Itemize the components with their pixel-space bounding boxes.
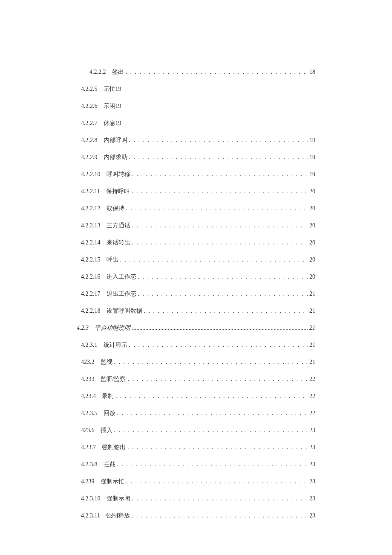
dot-leader <box>120 256 308 263</box>
toc-entry-number: 4.2.2.8 <box>81 137 98 144</box>
toc-entry-title: 休息19 <box>104 119 121 127</box>
toc-entry[interactable]: 4.2.2.15呼出20 <box>77 256 315 264</box>
toc-entry-title: 呼出 <box>107 256 118 264</box>
toc-entry[interactable]: 4.2.2.13三方通话20 <box>77 222 315 230</box>
toc-entry-page: 22 <box>309 376 315 383</box>
dot-leader <box>132 512 308 519</box>
toc-entry-page: 20 <box>309 222 315 229</box>
toc-entry-page: 23 <box>309 478 315 485</box>
toc-entry[interactable]: 4.2.2.14来话转出20 <box>77 239 315 247</box>
toc-entry-title: 呼叫转移 <box>107 171 130 178</box>
toc-entry-title: 强制释放 <box>106 512 130 520</box>
toc-entry-number: 4.2.2.18 <box>81 308 101 314</box>
toc-entry-number: 4.2.3.8 <box>81 461 98 468</box>
toc-entry-title: 示忙19 <box>104 85 121 93</box>
toc-entry[interactable]: 4.2.2.7休息19 <box>77 119 315 127</box>
toc-entry-title: 三方通话 <box>107 222 130 230</box>
toc-entry-page: 19 <box>309 171 315 178</box>
toc-entry[interactable]: 4.2.2.10呼叫转移19 <box>77 171 315 178</box>
toc-entry-title: 示闲19 <box>104 102 121 110</box>
toc-entry-number: 4.2.2.6 <box>81 103 98 110</box>
toc-entry-number: 4.23.4 <box>81 393 96 400</box>
toc-entry-number: 4.2.2.12 <box>81 205 101 212</box>
toc-entry[interactable]: 4.233监听/监察22 <box>77 375 315 383</box>
toc-entry[interactable]: 4.2.2.17退出工作态21 <box>77 290 315 298</box>
toc-entry[interactable]: 4.2.3平台功能说明21 <box>77 324 315 332</box>
toc-entry[interactable]: 4.2.2.18设置呼叫数据21 <box>77 307 315 315</box>
toc-entry[interactable]: 4.2.3.8拦截23 <box>77 461 315 468</box>
toc-entry[interactable]: 4.23.7强制签出23 <box>77 444 315 451</box>
dot-leader <box>115 393 308 400</box>
toc-entry-page: 21 <box>309 291 315 297</box>
toc-entry[interactable]: 4.2.3.5回放22 <box>77 410 315 417</box>
toc-entry[interactable]: 4.2.2.16进入工作态20 <box>77 273 315 281</box>
dot-leader <box>129 154 308 161</box>
toc-entry-title: 进入工作态 <box>107 273 136 281</box>
toc-entry[interactable]: 4.239强制示忙23 <box>77 478 315 485</box>
dot-leader <box>129 137 308 144</box>
toc-entry-number: 4.2.3.10 <box>81 495 101 502</box>
toc-entry-page: 22 <box>309 393 315 400</box>
toc-entry-title: 监听/监察 <box>101 375 126 383</box>
toc-entry-number: 4.2.2.11 <box>81 188 100 195</box>
toc-entry-page: 18 <box>309 69 315 76</box>
toc-entry[interactable]: 4.23.4录制22 <box>77 392 315 400</box>
toc-entry[interactable]: 4.2.2.6示闲19 <box>77 102 315 110</box>
toc-entry-number: 4.2.2.13 <box>81 222 101 229</box>
dot-leader <box>127 444 308 451</box>
toc-entry-number: 4.2.2.14 <box>81 239 101 246</box>
toc-entry-number: 4.2.3.1 <box>81 342 98 349</box>
toc-entry-page: 20 <box>309 239 315 246</box>
toc-entry[interactable]: 4.2.2.2签出18 <box>77 68 315 76</box>
dot-leader <box>117 410 308 417</box>
toc-entry-number: 423.2 <box>81 359 95 366</box>
toc-entry-title: 平台功能说明 <box>95 324 130 332</box>
toc-entry-number: 4.2.3.11 <box>81 512 100 519</box>
dot-leader <box>117 461 308 468</box>
toc-entry[interactable]: 4.2.2.11保持呼叫20 <box>77 188 315 195</box>
toc-entry-page: 20 <box>309 205 315 212</box>
toc-entry-page: 21 <box>309 308 315 314</box>
toc-entry[interactable]: 423.2监视21 <box>77 358 315 366</box>
dot-leader <box>114 359 308 366</box>
toc-entry-title: 录制 <box>102 392 114 400</box>
toc-entry-page: 23 <box>309 461 315 468</box>
dot-leader <box>127 376 308 383</box>
toc-entry-title: 取保持 <box>107 205 124 212</box>
toc-entry-number: 4.2.2.5 <box>81 86 98 93</box>
toc-entry-page: 23 <box>309 495 315 502</box>
toc-entry[interactable]: 4.2.2.9内部求助19 <box>77 154 315 161</box>
toc-entry[interactable]: 4.2.3.10强制示闲23 <box>77 495 315 503</box>
dot-leader <box>132 325 308 331</box>
toc-entry-number: 4.2.3 <box>77 325 89 331</box>
toc-entry-title: 强制示闲 <box>107 495 130 503</box>
toc-entry-title: 强制签出 <box>102 444 126 451</box>
toc-entry[interactable]: 4.2.2.5示忙19 <box>77 85 315 93</box>
toc-entry[interactable]: 423.6插入23 <box>77 427 315 434</box>
toc-entry-number: 423.6 <box>81 427 95 434</box>
dot-leader <box>132 171 308 178</box>
toc-entry-page: 23 <box>309 512 315 519</box>
toc-entry-number: 4.2.2.10 <box>81 171 101 178</box>
toc-entry-number: 4.2.2.9 <box>81 154 98 161</box>
toc-entry-number: 4.2.2.7 <box>81 120 98 127</box>
dot-leader <box>129 342 308 349</box>
toc-entry-number: 4.2.2.2 <box>89 69 106 76</box>
toc-entry-title: 插入 <box>101 427 112 434</box>
toc-entry-title: 强制示忙 <box>101 478 124 485</box>
toc-entry-title: 设置呼叫数据 <box>107 307 142 315</box>
dot-leader <box>132 222 308 229</box>
toc-entry[interactable]: 4.2.3.1统计显示21 <box>77 341 315 349</box>
toc-entry-page: 19 <box>309 137 315 144</box>
dot-leader <box>144 308 308 314</box>
toc-entry[interactable]: 4.2.2.12取保持20 <box>77 205 315 212</box>
toc-entry-title: 统计显示 <box>104 341 127 349</box>
toc-entry-page: 20 <box>309 188 315 195</box>
dot-leader <box>114 427 308 434</box>
toc-entry-title: 内部呼叫 <box>104 137 127 144</box>
toc-entry[interactable]: 4.2.2.8内部呼叫19 <box>77 137 315 144</box>
toc-entry[interactable]: 4.2.3.11强制释放23 <box>77 512 315 520</box>
dot-leader <box>126 205 308 212</box>
toc-entry-page: 21 <box>309 342 315 349</box>
toc-entry-page: 21 <box>309 359 315 366</box>
